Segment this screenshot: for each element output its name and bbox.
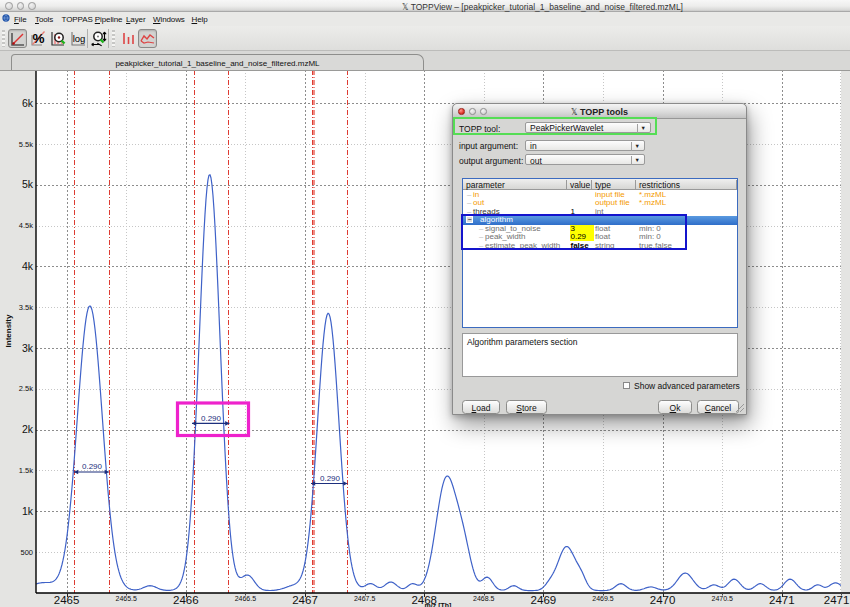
svg-text:1.5k: 1.5k [19,466,33,475]
svg-text:2469.5: 2469.5 [592,595,614,602]
svg-text:2471.5: 2471.5 [824,594,850,606]
svg-text:m/z [Th]: m/z [Th] [425,602,452,607]
svg-text:log: log [72,33,85,44]
svg-text:2470.5: 2470.5 [711,595,733,602]
svg-text:2k: 2k [22,423,34,435]
svg-text:2467: 2467 [292,594,318,606]
svg-text:6k: 6k [22,97,34,109]
svg-text:2469: 2469 [531,594,557,606]
svg-text:5.5k: 5.5k [19,140,33,149]
svg-text:1k: 1k [22,505,34,517]
svg-text:2467.5: 2467.5 [354,595,376,602]
svg-text:2465.5: 2465.5 [115,595,137,602]
svg-text:0.290: 0.290 [82,462,103,471]
svg-text:5k: 5k [22,178,34,190]
svg-text:500: 500 [20,548,33,557]
svg-text:2468.5: 2468.5 [473,595,495,602]
svg-text:2471: 2471 [769,594,795,606]
svg-text:2.5k: 2.5k [19,384,33,393]
svg-text:%: % [32,31,44,46]
svg-text:2465: 2465 [54,594,80,606]
svg-text:4.5k: 4.5k [19,221,33,230]
svg-text:0.290: 0.290 [201,414,222,423]
svg-text:0.290: 0.290 [320,474,341,483]
svg-text:3k: 3k [22,342,34,354]
svg-text:2466.5: 2466.5 [235,595,257,602]
svg-text:2470: 2470 [650,594,676,606]
svg-text:4k: 4k [22,260,34,272]
svg-text:Intensity: Intensity [4,314,13,347]
svg-text:2466: 2466 [173,594,199,606]
svg-text:3.5k: 3.5k [19,303,33,312]
